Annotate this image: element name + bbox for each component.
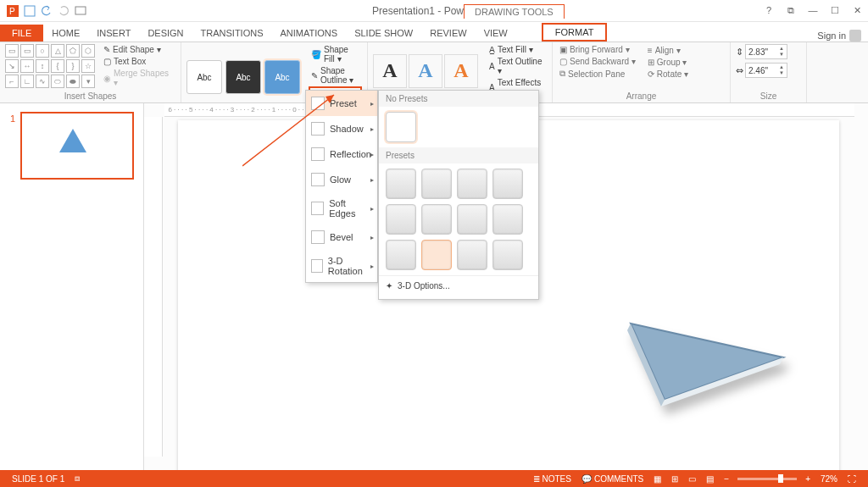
help-icon[interactable]: ? xyxy=(763,5,775,16)
fit-to-window-icon[interactable]: ⛶ xyxy=(848,474,856,484)
shape-outline-button[interactable]: ✎Shape Outline ▾ xyxy=(309,65,362,86)
text-outline-button[interactable]: AText Outline ▾ xyxy=(487,56,547,76)
group-size: ⇕ 2.83"▲▼ ⇔ 2.46"▲▼ Size xyxy=(731,42,807,102)
title-bar: P Presentation1 - PowerPoint DRAWING TOO… xyxy=(0,0,868,22)
wordart-preview-3[interactable]: A xyxy=(444,54,478,88)
powerpoint-icon: P xyxy=(7,5,19,17)
preset-7[interactable] xyxy=(457,204,487,235)
wordart-preview-1[interactable]: A xyxy=(373,54,407,88)
merge-shapes-button: ◉Merge Shapes ▾ xyxy=(102,68,175,88)
start-slideshow-icon[interactable] xyxy=(75,5,86,17)
height-icon: ⇕ xyxy=(736,47,743,58)
quick-access-toolbar: P xyxy=(0,5,86,17)
tab-format[interactable]: FORMAT xyxy=(542,23,608,42)
send-backward-button[interactable]: ▢Send Backward ▾ xyxy=(558,56,637,67)
edit-shape-button[interactable]: ✎Edit Shape ▾ xyxy=(102,44,175,55)
menu-bevel[interactable]: Bevel▸ xyxy=(306,224,377,250)
width-field[interactable]: ⇔ 2.46"▲▼ xyxy=(736,63,801,78)
tab-transitions[interactable]: TRANSITIONS xyxy=(192,25,272,42)
tab-review[interactable]: REVIEW xyxy=(421,25,475,42)
preset-11[interactable] xyxy=(457,240,487,270)
align-icon: ≡ xyxy=(648,46,653,55)
selection-pane-button[interactable]: ⧉Selection Pane xyxy=(558,68,637,80)
view-sorter-icon[interactable]: ⊞ xyxy=(671,474,678,484)
shape-style-gallery[interactable]: Abc Abc Abc xyxy=(186,60,300,94)
3d-options[interactable]: ✦3-D Options... xyxy=(379,275,538,296)
shape-triangle-3d[interactable] xyxy=(614,298,800,418)
preset-8[interactable] xyxy=(492,204,523,235)
preset-2[interactable] xyxy=(421,169,452,199)
menu-glow[interactable]: Glow▸ xyxy=(306,167,377,192)
align-button[interactable]: ≡Align ▾ xyxy=(646,45,690,56)
comments-button[interactable]: 💬 COMMENTS xyxy=(581,474,643,484)
wordart-preview-2[interactable]: A xyxy=(409,54,442,88)
shape-fill-button[interactable]: 🪣Shape Fill ▾ xyxy=(309,44,362,64)
sign-in[interactable]: Sign in xyxy=(817,30,861,42)
tab-home[interactable]: HOME xyxy=(43,25,88,42)
preset-9[interactable] xyxy=(386,240,416,270)
close-icon[interactable]: ✕ xyxy=(851,5,863,16)
notes-button[interactable]: ≣ NOTES xyxy=(533,474,571,484)
presets-header: Presets xyxy=(379,147,538,163)
tab-file[interactable]: FILE xyxy=(0,25,43,42)
preset-10[interactable] xyxy=(421,240,452,270)
menu-shadow[interactable]: Shadow▸ xyxy=(306,116,377,141)
style-preview-3[interactable]: Abc xyxy=(264,60,300,94)
undo-icon[interactable] xyxy=(41,5,53,17)
menu-reflection[interactable]: Reflection▸ xyxy=(306,141,377,167)
tab-design[interactable]: DESIGN xyxy=(139,25,192,42)
sign-in-label: Sign in xyxy=(817,30,846,41)
slide-indicator[interactable]: SLIDE 1 OF 1 xyxy=(12,474,64,484)
svg-rect-2 xyxy=(25,6,35,16)
slide-thumbnail-1[interactable]: 1 xyxy=(20,112,134,180)
minimize-icon[interactable]: — xyxy=(807,5,819,16)
spinner-icon[interactable]: ▲▼ xyxy=(779,64,784,76)
menu-soft-edges[interactable]: Soft Edges▸ xyxy=(306,192,377,224)
group-button[interactable]: ⊞Group ▾ xyxy=(646,57,690,68)
preset-3[interactable] xyxy=(457,169,487,199)
wordart-gallery[interactable]: A A A xyxy=(373,54,478,88)
width-icon: ⇔ xyxy=(736,65,743,76)
redo-icon[interactable] xyxy=(58,5,70,17)
tab-animations[interactable]: ANIMATIONS xyxy=(272,25,347,42)
text-fill-icon: A̲ xyxy=(489,45,495,54)
text-fill-button[interactable]: A̲Text Fill ▾ xyxy=(487,44,547,55)
style-preview-1[interactable]: Abc xyxy=(186,60,222,94)
view-reading-icon[interactable]: ▭ xyxy=(688,474,696,484)
preset-12[interactable] xyxy=(492,240,523,270)
zoom-slider[interactable] xyxy=(737,478,797,480)
bring-forward-button[interactable]: ▣Bring Forward ▾ xyxy=(558,44,637,55)
shape-effects-menu: Preset▸ Shadow▸ Reflection▸ Glow▸ Soft E… xyxy=(305,90,378,283)
svg-rect-3 xyxy=(75,7,86,14)
ribbon-options-icon[interactable]: ⧉ xyxy=(785,5,797,16)
menu-preset[interactable]: Preset▸ xyxy=(306,91,377,116)
tab-view[interactable]: VIEW xyxy=(476,25,516,42)
rotate-button[interactable]: ⟳Rotate ▾ xyxy=(646,69,690,80)
height-field[interactable]: ⇕ 2.83"▲▼ xyxy=(736,44,801,59)
send-backward-icon: ▢ xyxy=(559,57,567,66)
thumbnail-pane[interactable]: 1 xyxy=(0,103,144,470)
tab-slideshow[interactable]: SLIDE SHOW xyxy=(346,25,421,42)
group-label-size: Size xyxy=(736,91,801,102)
view-slideshow-icon[interactable]: ▤ xyxy=(706,474,714,484)
preset-none[interactable] xyxy=(386,112,416,142)
style-preview-2[interactable]: Abc xyxy=(225,60,261,94)
zoom-level[interactable]: 72% xyxy=(821,474,837,484)
zoom-in-button[interactable]: + xyxy=(805,474,810,484)
group-insert-shapes: ▭▭○△⬠⬡ ↘↔↕{}☆ ⌐∟∿⬭⬬▾ ✎Edit Shape ▾ ▢Text… xyxy=(0,42,181,102)
preset-6[interactable] xyxy=(421,204,452,235)
spinner-icon[interactable]: ▲▼ xyxy=(779,46,784,58)
avatar-icon xyxy=(849,30,861,42)
shape-gallery[interactable]: ▭▭○△⬠⬡ ↘↔↕{}☆ ⌐∟∿⬭⬬▾ xyxy=(5,44,95,88)
preset-1[interactable] xyxy=(386,169,416,199)
language-indicator[interactable]: ⧈ xyxy=(75,473,80,484)
menu-3d-rotation[interactable]: 3-D Rotation▸ xyxy=(306,250,377,282)
text-box-button[interactable]: ▢Text Box xyxy=(102,56,175,67)
save-icon[interactable] xyxy=(24,5,36,17)
preset-4[interactable] xyxy=(492,169,523,199)
tab-insert[interactable]: INSERT xyxy=(88,25,139,42)
view-normal-icon[interactable]: ▦ xyxy=(654,474,661,484)
maximize-icon[interactable]: ☐ xyxy=(829,5,841,16)
zoom-out-button[interactable]: − xyxy=(724,474,729,484)
preset-5[interactable] xyxy=(386,204,416,235)
